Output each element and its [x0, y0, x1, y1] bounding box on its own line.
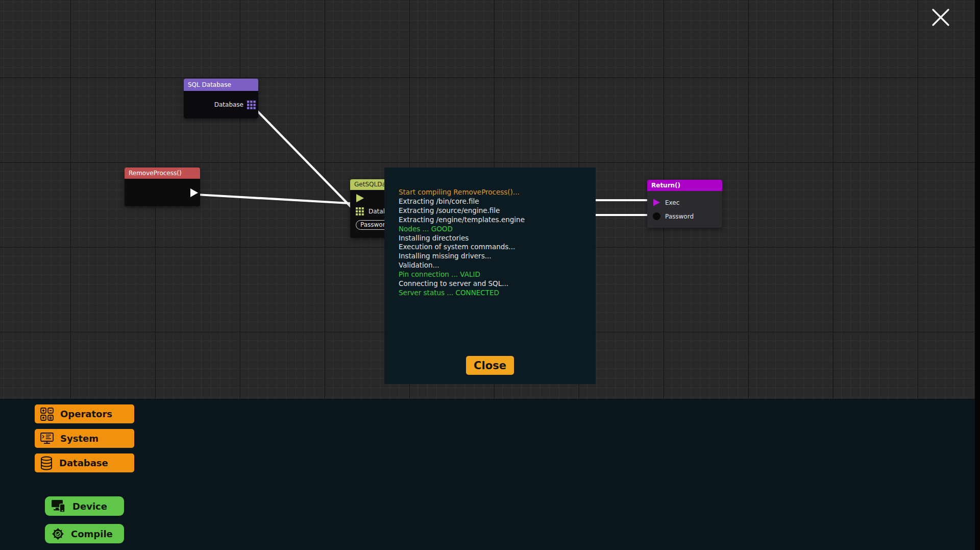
device-icon — [51, 499, 66, 513]
log-line: Extracting /source/engine.file — [399, 206, 596, 216]
palette-panel: Operators System — [0, 399, 980, 550]
log-line: Installing missing drivers... — [399, 252, 596, 261]
right-edge-strip — [975, 0, 980, 550]
log-line: Nodes ... GOOD — [399, 225, 596, 234]
log-line: Extracting /engine/templates.engine — [399, 216, 596, 225]
log-line: Extracting /bin/core.file — [399, 197, 596, 206]
pin-label-database: Database — [214, 101, 243, 108]
compile-log: Start compiling RemoveProcess()... Extra… — [384, 168, 596, 298]
log-line: Execution of system commands... — [399, 243, 596, 252]
system-icon — [40, 432, 54, 445]
close-button[interactable]: Close — [466, 356, 514, 375]
node-title: RemoveProcess() — [125, 168, 200, 179]
node-editor-window: SQL Database Database RemoveProcess() — [0, 0, 980, 550]
category-button-system[interactable]: System — [35, 429, 134, 448]
log-line: Pin connection ... VALID — [399, 270, 596, 279]
exec-out-pin-icon[interactable] — [190, 188, 199, 198]
compile-button[interactable]: Compile — [45, 524, 124, 543]
compile-log-modal: Start compiling RemoveProcess()... Extra… — [384, 168, 596, 384]
pin-label-password: Password — [665, 213, 694, 220]
password-pin-icon[interactable] — [653, 212, 660, 220]
category-label: Operators — [60, 409, 112, 419]
database-grid-pin-icon[interactable] — [247, 101, 256, 109]
node-title: Return() — [647, 180, 722, 191]
action-label: Compile — [71, 529, 113, 539]
log-line: Connecting to server and SQL... — [399, 279, 596, 289]
node-body: Database — [184, 91, 258, 118]
log-line: Validation... — [399, 261, 596, 270]
operators-icon — [40, 407, 54, 421]
node-sql-database[interactable]: SQL Database Database — [184, 79, 258, 118]
node-body: Exec Password — [647, 191, 722, 228]
category-button-database[interactable]: Database — [35, 453, 134, 472]
log-line: Installing directories — [399, 234, 596, 243]
pin-label-exec: Exec — [665, 199, 679, 206]
close-x-icon — [930, 7, 951, 28]
database-pin-icon[interactable] — [356, 207, 364, 216]
node-title: SQL Database — [184, 79, 258, 91]
action-label: Device — [72, 501, 107, 512]
log-line: Start compiling RemoveProcess()... — [399, 188, 596, 197]
category-label: System — [60, 433, 99, 444]
compile-icon — [51, 527, 65, 541]
node-body — [125, 179, 200, 206]
exec-in-pin-icon[interactable] — [653, 199, 660, 206]
log-line: Server status ... CONNECTED — [399, 289, 596, 298]
category-button-operators[interactable]: Operators — [35, 404, 134, 423]
device-button[interactable]: Device — [45, 496, 124, 516]
node-remove-process[interactable]: RemoveProcess() — [125, 168, 200, 206]
window-close-button[interactable] — [930, 7, 951, 28]
node-return[interactable]: Return() Exec Password — [647, 180, 722, 228]
category-label: Database — [59, 458, 108, 468]
database-icon — [40, 456, 53, 470]
